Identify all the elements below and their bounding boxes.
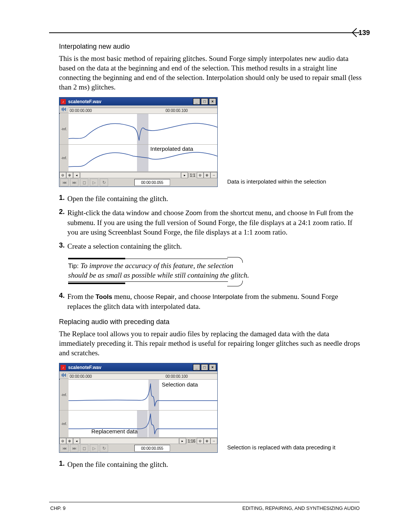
go-end-icon[interactable]: ⏭ — [70, 179, 78, 186]
figure-caption: Selection is replaced with data precedin… — [227, 444, 335, 451]
scroll-right-icon[interactable]: ▸ — [181, 172, 188, 178]
waveform-display-bottom[interactable]: Interpolated data — [68, 145, 217, 171]
maximize-button[interactable]: □ — [201, 364, 208, 371]
footer-title: EDITING, REPAIRING, AND SYNTHESIZING AUD… — [242, 505, 360, 511]
horizontal-scrollbar[interactable]: ⊖ ⊕ ◂ ▸ 1:1 ⊖ ⊕ ↔ — [59, 172, 217, 178]
step-number: 3. — [59, 241, 67, 251]
waveform-row-top: -Inf. — [59, 114, 217, 145]
page: 139 Interpolating new audio This is the … — [0, 0, 411, 532]
window-titlebar: ♪ scalenoteF.wav _ □ × — [59, 363, 217, 371]
play-icon[interactable]: ▷ — [90, 444, 98, 452]
step-4: 4. From the Tools menu, choose Repair, a… — [59, 292, 363, 311]
content-column: Interpolating new audio This is the most… — [59, 43, 363, 474]
tip-label: Tip: — [68, 262, 80, 270]
status-bar: ⏮ ⏭ ◻ ▷ ↻ 00:00:00.055 — [59, 178, 217, 187]
steps-interpolate: 1. Open the file containing the glitch. … — [59, 194, 363, 251]
status-bar: ⏮ ⏭ ◻ ▷ ↻ 00:00:00.055 — [59, 444, 217, 452]
ruler-start: 00:00:00.000 — [70, 374, 92, 379]
steps-replace: 1. Open the file containing the glitch. — [59, 460, 363, 469]
ruler-end: 00:00:00.100 — [166, 109, 188, 113]
time-ruler: 00:00:00.000 00:00:00.100 — [68, 374, 217, 380]
go-start-icon[interactable]: ⏮ — [60, 444, 68, 452]
play-icon[interactable]: ▷ — [90, 179, 98, 186]
heading-interpolating: Interpolating new audio — [59, 43, 363, 51]
window-titlebar: ♪ scalenoteF.wav _ □ × — [59, 97, 217, 105]
svg-rect-5 — [63, 373, 64, 377]
intro-interpolating: This is the most basic method of repairi… — [59, 54, 363, 92]
svg-rect-1 — [63, 107, 64, 111]
mock-window-interpolate: ♪ scalenoteF.wav _ □ × 00:00:00.000 — [59, 97, 218, 187]
waveform-display-top[interactable]: Selection data — [68, 380, 217, 410]
go-end-icon[interactable]: ⏭ — [70, 444, 78, 452]
step-number: 2. — [59, 208, 67, 237]
stop-icon[interactable]: ◻ — [80, 179, 88, 186]
footer-chapter: CHP. 9 — [50, 505, 65, 511]
step-number: 1. — [59, 194, 67, 203]
step-2: 2. Right-click the data window and choos… — [59, 208, 363, 237]
waveform-row-bottom: -Inf. Replacement data — [59, 411, 217, 438]
ui-term-interpolate: Interpolate — [212, 293, 243, 300]
header-rule — [49, 32, 360, 33]
ui-term-zoom: Zoom — [185, 209, 202, 217]
scroll-left-icon[interactable]: ◂ — [73, 438, 80, 444]
zoom-ratio: 1:1 — [188, 173, 197, 177]
ui-term-tools: Tools — [96, 293, 112, 300]
scroll-track[interactable] — [80, 172, 181, 178]
step-text: Open the file containing the glitch. — [67, 194, 168, 203]
waveform-side-icon — [59, 371, 68, 379]
window-title: scalenoteF.wav — [68, 365, 101, 370]
minimize-button[interactable]: _ — [193, 364, 200, 371]
ruler-end: 00:00:00.100 — [166, 374, 188, 379]
scroll-track[interactable] — [80, 438, 179, 444]
zoom-in-icon[interactable]: ⊕ — [204, 438, 210, 444]
window-title: scalenoteF.wav — [68, 99, 101, 104]
minimize-button[interactable]: _ — [193, 98, 200, 105]
channel-label: -Inf. — [59, 114, 68, 144]
svg-rect-7 — [65, 374, 66, 377]
svg-rect-2 — [64, 109, 65, 110]
zoom-out-icon[interactable]: ⊖ — [197, 438, 204, 444]
scroll-right-icon[interactable]: ▸ — [179, 438, 186, 444]
scroll-left-icon[interactable]: ◂ — [73, 172, 80, 178]
intro-replacing: The Replace tool allows you to repair au… — [59, 329, 363, 358]
svg-rect-6 — [64, 374, 65, 376]
zoom-in-icon[interactable]: ⊕ — [204, 172, 210, 178]
figure-caption: Data is interpolated within the selectio… — [227, 178, 326, 185]
maximize-button[interactable]: □ — [201, 98, 208, 105]
step-number: 1. — [59, 460, 67, 469]
zoom-selection-icon[interactable]: ↔ — [210, 172, 217, 178]
channel-label: -Inf. — [59, 380, 68, 410]
waveform-row-bottom: -Inf. Interpolated data — [59, 145, 217, 172]
step-number: 4. — [59, 292, 67, 311]
app-icon: ♪ — [61, 99, 66, 104]
stop-icon[interactable]: ◻ — [80, 444, 88, 452]
svg-rect-4 — [62, 374, 62, 376]
svg-rect-0 — [62, 108, 62, 110]
steps-interpolate-cont: 4. From the Tools menu, choose Repair, a… — [59, 292, 363, 311]
figure-replace-row: ♪ scalenoteF.wav _ □ × 00:00:00.000 — [59, 363, 363, 453]
time-ruler: 00:00:00.000 00:00:00.100 — [68, 108, 217, 114]
step-text: Right-click the data window and choose Z… — [67, 208, 363, 237]
zoom-in-icon[interactable]: ⊕ — [66, 438, 73, 444]
loop-icon[interactable]: ↻ — [100, 179, 108, 186]
zoom-out-icon[interactable]: ⊖ — [59, 438, 66, 444]
time-display: 00:00:00.055 — [134, 179, 170, 186]
loop-icon[interactable]: ↻ — [100, 444, 108, 452]
waveform-display-top[interactable] — [68, 114, 217, 144]
zoom-out-icon[interactable]: ⊖ — [197, 172, 204, 178]
channel-label: -Inf. — [59, 411, 68, 437]
page-number: 139 — [358, 29, 370, 37]
step-text: From the Tools menu, choose Repair, and … — [67, 292, 363, 311]
zoom-in-icon[interactable]: ⊕ — [66, 172, 73, 178]
go-start-icon[interactable]: ⏮ — [60, 179, 68, 186]
ruler-start: 00:00:00.000 — [70, 109, 92, 113]
app-icon: ♪ — [61, 365, 66, 370]
waveform-display-bottom[interactable]: Replacement data — [68, 411, 217, 437]
close-button[interactable]: × — [209, 98, 216, 105]
horizontal-scrollbar[interactable]: ⊖ ⊕ ◂ ▸ 1:16 ⊖ ⊕ ↔ — [59, 438, 217, 444]
tip-body: To improve the accuracy of this feature,… — [68, 262, 249, 279]
zoom-selection-icon[interactable]: ↔ — [210, 438, 217, 444]
zoom-out-icon[interactable]: ⊖ — [59, 172, 66, 178]
figure-interpolate-row: ♪ scalenoteF.wav _ □ × 00:00:00.000 — [59, 97, 363, 187]
close-button[interactable]: × — [209, 364, 216, 371]
